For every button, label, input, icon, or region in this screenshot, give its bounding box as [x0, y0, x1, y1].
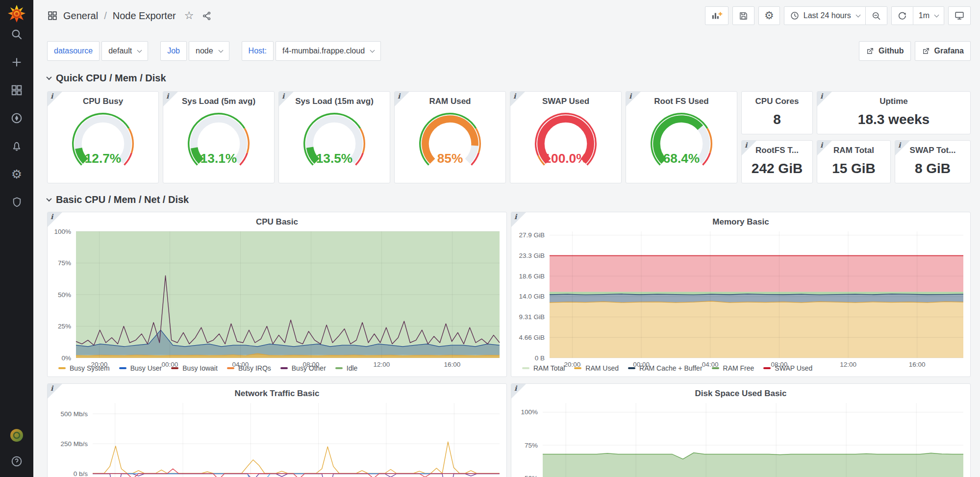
- refresh-interval-label: 1m: [919, 11, 930, 20]
- time-range-label: Last 24 hours: [804, 11, 851, 20]
- dashboards-squares-icon: [10, 84, 23, 97]
- refresh-interval-dropdown[interactable]: 1m: [913, 6, 944, 25]
- legend-item[interactable]: Busy IRQs: [227, 364, 271, 372]
- svg-text:68.4%: 68.4%: [663, 151, 700, 166]
- panel-info-corner[interactable]: i: [895, 141, 910, 155]
- star-dashboard-button[interactable]: ☆: [184, 9, 194, 22]
- panel-title[interactable]: Uptime: [817, 92, 970, 107]
- help-icon[interactable]: [6, 451, 27, 472]
- panel-title[interactable]: Network Traffic Basic: [48, 384, 506, 399]
- memory-basic-chart[interactable]: 0 B4.66 GiB9.31 GiB14.0 GiB18.6 GiB23.3 …: [511, 227, 970, 363]
- share-dashboard-button[interactable]: [202, 11, 212, 21]
- add-panel-button[interactable]: [705, 6, 729, 25]
- breadcrumb-separator: /: [104, 10, 107, 22]
- panel-info-corner[interactable]: i: [279, 92, 294, 106]
- panel-title[interactable]: CPU Busy: [48, 92, 158, 107]
- disk-space-chart[interactable]: 50%75%100%: [511, 399, 970, 477]
- sidebar-dashboards-icon[interactable]: [6, 79, 27, 101]
- breadcrumb-folder[interactable]: General: [63, 10, 98, 22]
- panel-info-corner[interactable]: i: [626, 92, 641, 106]
- panel-title[interactable]: CPU Cores: [742, 92, 812, 107]
- tv-mode-button[interactable]: [948, 6, 971, 25]
- basic-row-1: i CPU Basic 0%25%50%75%100%20:0000:0004:…: [47, 212, 971, 377]
- legend-item[interactable]: Busy Iowait: [171, 364, 218, 372]
- panel-info-corner[interactable]: i: [163, 92, 178, 106]
- panel-title[interactable]: CPU Basic: [48, 212, 506, 227]
- sidebar-explore-icon[interactable]: [6, 107, 27, 129]
- legend-label: RAM Used: [585, 364, 619, 372]
- panel-title[interactable]: Sys Load (15m avg): [279, 92, 390, 107]
- svg-text:50%: 50%: [525, 475, 538, 477]
- legend-item[interactable]: Idle: [335, 364, 358, 372]
- legend-item[interactable]: RAM Cache + Buffer: [628, 364, 703, 372]
- gauge-svg: 100.0%: [515, 109, 616, 181]
- breadcrumb-dashboard-title[interactable]: Node Exporter: [113, 10, 176, 22]
- panel-info-corner[interactable]: i: [395, 92, 409, 106]
- variable-datasource-value-dropdown[interactable]: default: [101, 41, 148, 61]
- variable-job-value-dropdown[interactable]: node: [189, 41, 229, 61]
- panel-info-corner[interactable]: i: [817, 141, 832, 155]
- svg-text:500 Mb/s: 500 Mb/s: [60, 410, 88, 418]
- legend-label: Busy IRQs: [238, 364, 271, 372]
- svg-text:0 B: 0 B: [535, 354, 545, 362]
- svg-text:14.0 GiB: 14.0 GiB: [519, 293, 545, 300]
- panel-title[interactable]: Root FS Used: [626, 92, 737, 107]
- legend-label: Idle: [347, 364, 358, 372]
- time-range-picker[interactable]: Last 24 hours: [784, 6, 866, 25]
- save-dashboard-button[interactable]: [732, 6, 754, 25]
- legend-item[interactable]: Busy Other: [280, 364, 326, 372]
- navbar-toolbar: ⚙ Last 24 hours: [705, 6, 971, 25]
- section-quick-cpu-mem-disk[interactable]: Quick CPU / Mem / Disk: [47, 72, 971, 84]
- svg-text:27.9 GiB: 27.9 GiB: [519, 231, 545, 239]
- legend-swatch: [227, 367, 234, 369]
- grafana-logo[interactable]: [7, 4, 26, 24]
- zoom-out-time-button[interactable]: [866, 6, 887, 25]
- panel-ram-used: i RAM Used 85%: [394, 91, 506, 183]
- section-basic-cpu-mem-net-disk[interactable]: Basic CPU / Mem / Net / Disk: [47, 193, 971, 206]
- legend-item[interactable]: RAM Total: [522, 364, 565, 372]
- variable-datasource: datasource default: [47, 41, 148, 61]
- sidebar-create-icon[interactable]: [6, 51, 27, 73]
- github-link-button[interactable]: Github: [859, 41, 911, 61]
- svg-text:4.66 GiB: 4.66 GiB: [519, 334, 545, 341]
- variable-host-value-dropdown[interactable]: f4-mumbai.frappe.cloud: [276, 41, 381, 61]
- user-avatar[interactable]: [9, 428, 24, 443]
- sidebar-server-admin-icon[interactable]: [6, 191, 27, 213]
- cpu-busy-gauge: 12.7%: [48, 107, 158, 183]
- dashboard-settings-button[interactable]: ⚙: [758, 6, 780, 25]
- panel-info-corner[interactable]: i: [48, 92, 62, 106]
- panel-info-corner[interactable]: i: [742, 141, 756, 155]
- panel-title[interactable]: Memory Basic: [511, 212, 970, 227]
- panel-title[interactable]: Disk Space Used Basic: [511, 384, 970, 399]
- panel-title[interactable]: SWAP Used: [510, 92, 621, 107]
- grafana-link-button[interactable]: Grafana: [915, 41, 971, 61]
- legend-item[interactable]: Busy System: [58, 364, 110, 372]
- panel-title[interactable]: RAM Used: [395, 92, 505, 107]
- monitor-icon: [954, 10, 965, 21]
- legend-item[interactable]: RAM Free: [712, 364, 754, 372]
- basic-row-2: i Network Traffic Basic 500 Mb/s250 Mb/s…: [47, 383, 971, 477]
- svg-text:23.3 GiB: 23.3 GiB: [519, 252, 545, 259]
- legend-swatch: [280, 367, 288, 369]
- legend-swatch: [574, 367, 581, 369]
- panel-info-corner[interactable]: i: [510, 92, 525, 106]
- panel-title[interactable]: Sys Load (5m avg): [163, 92, 274, 107]
- legend-item[interactable]: RAM Used: [574, 364, 619, 372]
- quick-row: i CPU Busy 12.7% i Sys Load (5m avg) 13.…: [47, 91, 971, 183]
- legend-item[interactable]: Busy User: [119, 364, 162, 372]
- panel-info-corner[interactable]: i: [817, 92, 832, 106]
- sidebar-search-icon[interactable]: [6, 24, 27, 45]
- sidebar-alerting-icon[interactable]: [6, 135, 27, 157]
- panel-info-corner[interactable]: i: [48, 212, 62, 227]
- refresh-button[interactable]: [891, 6, 913, 25]
- legend-item[interactable]: SWAP Used: [763, 364, 812, 372]
- cpu-basic-chart[interactable]: 0%25%50%75%100%20:0000:0004:0008:0012:00…: [48, 227, 506, 363]
- plus-icon: [10, 56, 23, 69]
- network-traffic-chart[interactable]: 500 Mb/s250 Mb/s0 b/s-250 Mb/s-500 Mb/s: [48, 399, 506, 477]
- panel-info-corner[interactable]: i: [511, 384, 526, 399]
- panel-info-corner[interactable]: i: [48, 384, 62, 399]
- sidebar-configuration-icon[interactable]: ⚙: [6, 163, 27, 185]
- panel-sys-load-5m: i Sys Load (5m avg) 13.1%: [163, 91, 275, 183]
- panel-info-corner[interactable]: i: [511, 212, 526, 227]
- svg-text:18.6 GiB: 18.6 GiB: [519, 273, 545, 280]
